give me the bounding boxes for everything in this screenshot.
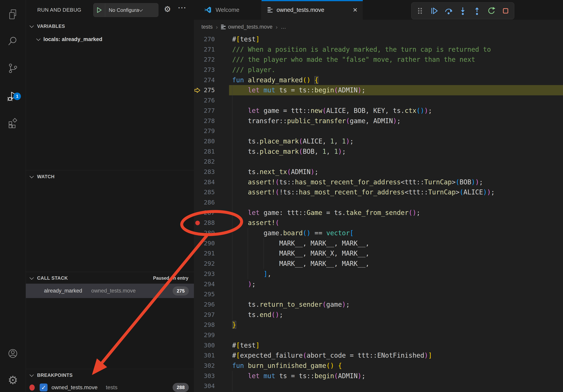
- line-number[interactable]: 299: [201, 330, 215, 340]
- line-number[interactable]: 287: [201, 208, 215, 218]
- breakpoint-gutter[interactable]: [194, 95, 201, 105]
- stop-icon[interactable]: [500, 5, 511, 17]
- restart-icon[interactable]: [486, 5, 497, 17]
- breakpoint-gutter[interactable]: [194, 44, 201, 55]
- breakpoint-gutter[interactable]: [194, 34, 201, 44]
- line-number[interactable]: 301: [201, 350, 215, 361]
- line-number[interactable]: 289: [201, 228, 215, 238]
- breakpoint-gutter[interactable]: [194, 361, 201, 371]
- run-and-debug-icon[interactable]: 1: [0, 85, 26, 107]
- line-number[interactable]: 283: [201, 167, 215, 177]
- code-line[interactable]: 295: [194, 289, 563, 300]
- code-line[interactable]: 301#[expected_failure(abort_code = ttt::…: [194, 350, 563, 361]
- code-line[interactable]: 271/// When a position is already marked…: [194, 44, 563, 55]
- code-line[interactable]: 304: [194, 381, 563, 391]
- code-line[interactable]: 281 ts.place_mark(BOB, 1, 1);: [194, 146, 563, 157]
- code-line[interactable]: 291 MARK__, MARK_X, MARK__,: [194, 248, 563, 259]
- code-text[interactable]: /// the player who made the "false" move…: [215, 54, 563, 65]
- code-line[interactable]: 277 let game = ttt::new(ALICE, BOB, KEY,…: [194, 105, 563, 116]
- code-text[interactable]: /// When a position is already marked, t…: [215, 44, 563, 55]
- line-number[interactable]: 279: [201, 126, 215, 136]
- line-number[interactable]: 285: [201, 187, 215, 197]
- code-line[interactable]: 296 ts.return_to_sender(game);: [194, 300, 563, 310]
- code-text[interactable]: fun burn_unfinished_game() {: [215, 361, 563, 371]
- line-number[interactable]: 291: [201, 248, 215, 259]
- breakpoint-list-item[interactable]: ✓ owned_tests.move tests 288: [26, 382, 194, 392]
- code-text[interactable]: #[test]: [215, 340, 563, 351]
- code-line[interactable]: 275 let mut ts = ts::begin(ADMIN);: [194, 85, 563, 95]
- code-line[interactable]: 274fun already_marked() {: [194, 75, 563, 85]
- breakpoint-gutter[interactable]: [194, 259, 201, 269]
- code-line[interactable]: 294 );: [194, 279, 563, 289]
- watch-section-header[interactable]: WATCH: [26, 172, 194, 182]
- breakpoint-gutter[interactable]: [194, 65, 201, 75]
- close-icon[interactable]: ✕: [353, 7, 358, 13]
- code-text[interactable]: /// player.: [215, 65, 563, 75]
- breakpoint-gutter[interactable]: [194, 300, 201, 310]
- code-text[interactable]: ts.next_tx(ADMIN);: [215, 167, 563, 177]
- variables-scope-row[interactable]: locals: already_marked: [26, 34, 194, 45]
- line-number[interactable]: 288: [201, 218, 215, 228]
- explorer-icon[interactable]: [0, 3, 26, 25]
- code-line[interactable]: 302fun burn_unfinished_game() {: [194, 361, 563, 371]
- breakpoint-gutter[interactable]: [194, 177, 201, 187]
- code-text[interactable]: transfer::public_transfer(game, ADMIN);: [215, 116, 563, 126]
- breadcrumb-file[interactable]: owned_tests.move: [228, 24, 272, 30]
- code-text[interactable]: ],: [215, 269, 563, 279]
- breakpoint-gutter[interactable]: [194, 197, 201, 208]
- code-line[interactable]: 299: [194, 330, 563, 340]
- code-text[interactable]: [215, 126, 563, 136]
- line-number[interactable]: 281: [201, 146, 215, 157]
- code-line[interactable]: 282: [194, 157, 563, 167]
- code-line[interactable]: 293 ],: [194, 269, 563, 279]
- breakpoint-gutter[interactable]: [194, 310, 201, 320]
- code-text[interactable]: fun already_marked() {: [215, 75, 563, 85]
- line-number[interactable]: 276: [201, 95, 215, 105]
- breakpoint-gutter[interactable]: [194, 146, 201, 157]
- code-line[interactable]: 285 assert!(!ts::has_most_recent_for_add…: [194, 187, 563, 197]
- code-line[interactable]: 300#[test]: [194, 340, 563, 351]
- launch-configuration-dropdown[interactable]: No Configura: [93, 3, 158, 17]
- code-line[interactable]: 287 let game: ttt::Game = ts.take_from_s…: [194, 208, 563, 218]
- line-number[interactable]: 286: [201, 197, 215, 208]
- current-line-arrow-icon[interactable]: [194, 85, 201, 95]
- breakpoint-gutter[interactable]: [194, 136, 201, 146]
- continue-icon[interactable]: [429, 5, 440, 17]
- line-number[interactable]: 271: [201, 44, 215, 55]
- breakpoint-gutter[interactable]: [194, 340, 201, 351]
- breakpoint-gutter[interactable]: [194, 54, 201, 65]
- search-icon[interactable]: [0, 30, 26, 52]
- code-text[interactable]: [215, 157, 563, 167]
- tab-welcome[interactable]: Welcome: [194, 0, 262, 20]
- breakpoint-gutter[interactable]: [194, 248, 201, 259]
- tab-owned-tests[interactable]: owned_tests.move ✕: [262, 0, 363, 20]
- variables-section-header[interactable]: VARIABLES: [26, 21, 194, 31]
- code-line[interactable]: 297 ts.end();: [194, 310, 563, 320]
- line-number[interactable]: 284: [201, 177, 215, 187]
- code-text[interactable]: assert!(ts::has_most_recent_for_address<…: [215, 177, 563, 187]
- step-over-icon[interactable]: [443, 5, 454, 17]
- breakpoint-gutter[interactable]: [194, 289, 201, 300]
- breakpoint-gutter[interactable]: [194, 116, 201, 126]
- debug-settings-gear-icon[interactable]: ⚙︎: [164, 5, 171, 13]
- code-text[interactable]: assert!(: [215, 218, 563, 228]
- breadcrumb-more[interactable]: …: [281, 24, 286, 30]
- code-text[interactable]: [215, 330, 563, 340]
- code-line[interactable]: 288 assert!(: [194, 218, 563, 228]
- line-number[interactable]: 300: [201, 340, 215, 351]
- call-stack-frame-row[interactable]: already_marked owned_tests.move 275: [26, 284, 194, 298]
- breakpoint-gutter[interactable]: [194, 75, 201, 85]
- breakpoint-gutter[interactable]: [194, 208, 201, 218]
- code-text[interactable]: ts.return_to_sender(game);: [215, 300, 563, 310]
- code-line[interactable]: 280 ts.place_mark(ALICE, 1, 1);: [194, 136, 563, 146]
- code-line[interactable]: 278 transfer::public_transfer(game, ADMI…: [194, 116, 563, 126]
- code-line[interactable]: 292 MARK__, MARK__, MARK__,: [194, 259, 563, 269]
- source-control-icon[interactable]: [0, 57, 26, 79]
- breakpoints-section-header[interactable]: BREAKPOINTS: [26, 370, 194, 380]
- breakpoint-gutter[interactable]: [194, 330, 201, 340]
- code-line[interactable]: 272/// the player who made the "false" m…: [194, 54, 563, 65]
- breakpoint-gutter[interactable]: [194, 279, 201, 289]
- breakpoint-gutter[interactable]: [194, 126, 201, 136]
- code-line[interactable]: 298}: [194, 320, 563, 330]
- breakpoint-gutter[interactable]: [194, 157, 201, 167]
